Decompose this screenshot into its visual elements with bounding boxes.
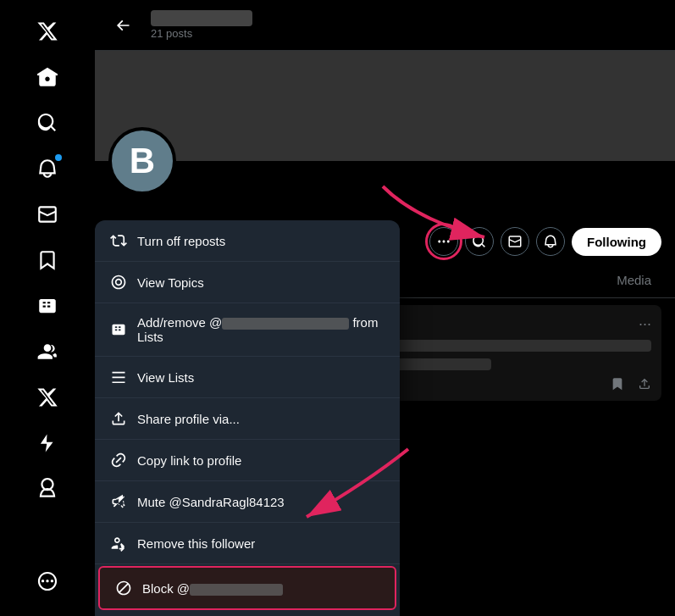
- menu-item-label: Turn off reposts: [137, 234, 225, 248]
- header-posts-count: 21 posts: [151, 27, 252, 40]
- menu-item-label: Add/remove @ from Lists: [137, 315, 385, 344]
- bell-icon: [36, 158, 58, 180]
- x-premium-icon: [36, 386, 58, 408]
- menu-item-label: View Lists: [137, 370, 194, 385]
- menu-item-label: View Topics: [137, 275, 204, 290]
- message-icon: [507, 234, 523, 249]
- menu-item-mute[interactable]: Mute @SandraRagl84123: [95, 481, 400, 523]
- menu-item-label: Share profile via...: [137, 412, 240, 426]
- more-options-wrapper: [429, 227, 458, 256]
- home-icon: [36, 66, 58, 88]
- mail-icon: [36, 203, 58, 225]
- sidebar-item-lists[interactable]: [26, 285, 69, 327]
- bookmark-icon: [36, 249, 58, 271]
- menu-item-remove-follower[interactable]: Remove this follower: [95, 523, 400, 564]
- profile-avatar: B: [108, 127, 176, 195]
- bookmark-post-icon[interactable]: [611, 377, 624, 391]
- sidebar-item-logo[interactable]: [26, 10, 69, 53]
- sidebar: [0, 0, 95, 616]
- view-lists-icon: [110, 369, 127, 386]
- back-arrow-icon: [114, 17, 131, 34]
- header-info: ██████████ 21 posts: [151, 10, 252, 40]
- media-tab[interactable]: Media: [606, 266, 661, 294]
- profile-icon: [36, 478, 58, 500]
- header-username: ██████████: [151, 10, 252, 27]
- search-profile-icon: [472, 234, 487, 249]
- menu-item-add-remove-lists[interactable]: Add/remove @ from Lists: [95, 303, 400, 357]
- lightning-icon: [36, 432, 58, 454]
- menu-item-view-topics[interactable]: View Topics: [95, 262, 400, 303]
- sidebar-item-home[interactable]: [26, 56, 69, 98]
- blurred-username-1: [222, 318, 349, 330]
- menu-item-block[interactable]: Block @: [98, 566, 396, 610]
- notification-toggle-button[interactable]: [536, 227, 565, 256]
- search-icon: [36, 112, 58, 134]
- back-button[interactable]: [108, 11, 137, 40]
- ellipsis-icon: [436, 234, 451, 249]
- sidebar-item-monetize[interactable]: [26, 422, 69, 464]
- sidebar-item-x-premium[interactable]: [26, 376, 69, 419]
- menu-item-label: Block @: [142, 581, 283, 596]
- notification-bell-plus-icon: [543, 234, 558, 249]
- menu-item-report[interactable]: Report @: [95, 612, 400, 616]
- menu-item-share-profile[interactable]: Share profile via...: [95, 398, 400, 440]
- remove-follower-icon: [110, 535, 127, 552]
- sidebar-item-search[interactable]: [26, 102, 69, 144]
- add-remove-list-icon: [110, 321, 127, 338]
- profile-header: ██████████ 21 posts: [95, 0, 675, 51]
- sidebar-item-messages[interactable]: [26, 193, 69, 236]
- sidebar-item-people[interactable]: [26, 330, 69, 373]
- message-button[interactable]: [501, 227, 529, 256]
- people-icon: [36, 341, 58, 363]
- menu-item-label: Mute @SandraRagl84123: [137, 495, 285, 509]
- main-content: ██████████ 21 posts B: [95, 0, 675, 616]
- menu-item-view-lists[interactable]: View Lists: [95, 357, 400, 398]
- following-button[interactable]: Following: [572, 228, 661, 256]
- sidebar-item-bookmarks[interactable]: [26, 239, 69, 281]
- menu-item-turn-off-reposts[interactable]: Turn off reposts: [95, 220, 400, 262]
- share-post-icon[interactable]: [638, 377, 651, 391]
- profile-section: B: [95, 161, 675, 229]
- menu-item-label: Remove this follower: [137, 536, 255, 551]
- sidebar-item-more[interactable]: [26, 560, 69, 602]
- more-icon: [36, 570, 58, 592]
- menu-item-copy-link[interactable]: Copy link to profile: [95, 440, 400, 481]
- link-icon: [110, 452, 127, 469]
- repost-icon: [110, 232, 127, 249]
- mute-icon: [110, 493, 127, 510]
- lists-icon: [36, 295, 58, 317]
- sidebar-item-profile[interactable]: [26, 468, 69, 510]
- notification-dot: [55, 154, 62, 161]
- blurred-username-2: [190, 584, 283, 596]
- sidebar-item-notifications[interactable]: [26, 147, 69, 190]
- post-more-button[interactable]: ···: [639, 315, 651, 333]
- more-options-button[interactable]: [429, 227, 458, 256]
- block-icon: [115, 580, 132, 597]
- menu-item-label: Copy link to profile: [137, 453, 241, 468]
- search-profile-button[interactable]: [465, 227, 494, 256]
- profile-banner: [95, 51, 675, 161]
- x-logo-icon: [36, 20, 58, 42]
- topics-icon: [110, 274, 127, 291]
- context-menu: Turn off reposts View Topics Add/remove …: [95, 220, 400, 616]
- share-profile-icon: [110, 410, 127, 427]
